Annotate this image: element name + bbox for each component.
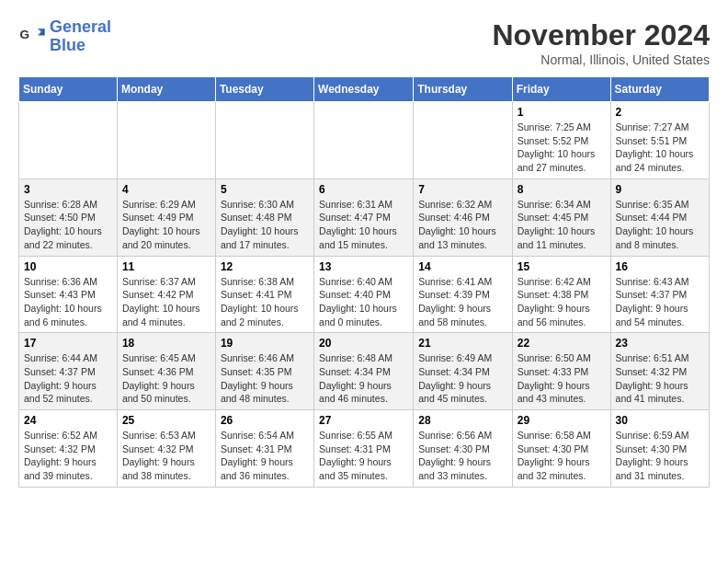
day-info: Sunrise: 6:32 AM Sunset: 4:46 PM Dayligh… bbox=[418, 198, 506, 252]
day-number: 1 bbox=[518, 106, 606, 119]
day-info: Sunrise: 6:29 AM Sunset: 4:49 PM Dayligh… bbox=[122, 198, 210, 252]
weekday-header-row: SundayMondayTuesdayWednesdayThursdayFrid… bbox=[19, 77, 710, 102]
calendar-cell: 19Sunrise: 6:46 AM Sunset: 4:35 PM Dayli… bbox=[215, 333, 313, 410]
calendar-cell: 24Sunrise: 6:52 AM Sunset: 4:32 PM Dayli… bbox=[19, 410, 118, 488]
day-info: Sunrise: 6:40 AM Sunset: 4:40 PM Dayligh… bbox=[319, 275, 408, 329]
day-number: 22 bbox=[518, 337, 606, 350]
day-info: Sunrise: 6:56 AM Sunset: 4:30 PM Dayligh… bbox=[418, 429, 506, 483]
day-info: Sunrise: 6:28 AM Sunset: 4:50 PM Dayligh… bbox=[24, 198, 112, 252]
calendar-cell: 29Sunrise: 6:58 AM Sunset: 4:30 PM Dayli… bbox=[512, 410, 610, 488]
calendar-cell bbox=[117, 102, 215, 179]
day-info: Sunrise: 6:48 AM Sunset: 4:34 PM Dayligh… bbox=[319, 351, 408, 406]
month-title: November 2024 bbox=[492, 18, 710, 52]
calendar-week-4: 17Sunrise: 6:44 AM Sunset: 4:37 PM Dayli… bbox=[19, 333, 710, 410]
calendar-cell: 11Sunrise: 6:37 AM Sunset: 4:42 PM Dayli… bbox=[117, 256, 215, 333]
day-number: 29 bbox=[518, 414, 606, 427]
day-info: Sunrise: 6:41 AM Sunset: 4:39 PM Dayligh… bbox=[418, 275, 506, 329]
weekday-header-monday: Monday bbox=[117, 77, 215, 102]
day-number: 3 bbox=[24, 183, 112, 196]
day-info: Sunrise: 6:55 AM Sunset: 4:31 PM Dayligh… bbox=[319, 429, 408, 483]
calendar-table: SundayMondayTuesdayWednesdayThursdayFrid… bbox=[18, 76, 710, 488]
weekday-header-saturday: Saturday bbox=[610, 77, 709, 102]
day-number: 26 bbox=[221, 414, 309, 427]
day-number: 13 bbox=[319, 260, 408, 273]
day-number: 5 bbox=[221, 183, 309, 196]
calendar-cell: 26Sunrise: 6:54 AM Sunset: 4:31 PM Dayli… bbox=[215, 410, 313, 488]
calendar-cell: 4Sunrise: 6:29 AM Sunset: 4:49 PM Daylig… bbox=[117, 178, 215, 256]
day-info: Sunrise: 6:52 AM Sunset: 4:32 PM Dayligh… bbox=[24, 429, 112, 483]
day-number: 21 bbox=[418, 337, 506, 350]
calendar-cell: 22Sunrise: 6:50 AM Sunset: 4:33 PM Dayli… bbox=[512, 333, 610, 410]
day-info: Sunrise: 6:43 AM Sunset: 4:37 PM Dayligh… bbox=[616, 275, 704, 329]
day-info: Sunrise: 6:54 AM Sunset: 4:31 PM Dayligh… bbox=[221, 429, 309, 483]
calendar-cell bbox=[215, 102, 313, 179]
logo-text: General Blue bbox=[50, 18, 111, 55]
day-info: Sunrise: 6:37 AM Sunset: 4:42 PM Dayligh… bbox=[122, 275, 210, 329]
day-info: Sunrise: 6:45 AM Sunset: 4:36 PM Dayligh… bbox=[122, 351, 210, 406]
day-info: Sunrise: 6:50 AM Sunset: 4:33 PM Dayligh… bbox=[518, 351, 606, 406]
calendar-cell: 17Sunrise: 6:44 AM Sunset: 4:37 PM Dayli… bbox=[19, 333, 118, 410]
day-number: 20 bbox=[319, 337, 408, 350]
day-info: Sunrise: 6:38 AM Sunset: 4:41 PM Dayligh… bbox=[221, 275, 309, 329]
calendar-cell: 21Sunrise: 6:49 AM Sunset: 4:34 PM Dayli… bbox=[414, 333, 512, 410]
day-number: 19 bbox=[221, 337, 309, 350]
day-info: Sunrise: 6:46 AM Sunset: 4:35 PM Dayligh… bbox=[221, 351, 309, 406]
day-info: Sunrise: 6:53 AM Sunset: 4:32 PM Dayligh… bbox=[122, 429, 210, 483]
calendar-cell: 28Sunrise: 6:56 AM Sunset: 4:30 PM Dayli… bbox=[414, 410, 512, 488]
day-number: 2 bbox=[616, 106, 704, 119]
calendar-cell bbox=[314, 102, 414, 179]
day-info: Sunrise: 6:30 AM Sunset: 4:48 PM Dayligh… bbox=[221, 198, 309, 252]
day-number: 9 bbox=[616, 183, 704, 196]
day-number: 24 bbox=[24, 414, 112, 427]
page-header: G General Blue November 2024 Normal, Ill… bbox=[18, 18, 710, 67]
weekday-header-wednesday: Wednesday bbox=[314, 77, 414, 102]
calendar-week-5: 24Sunrise: 6:52 AM Sunset: 4:32 PM Dayli… bbox=[19, 410, 710, 488]
calendar-week-1: 1Sunrise: 7:25 AM Sunset: 5:52 PM Daylig… bbox=[19, 102, 710, 179]
logo-icon: G bbox=[18, 23, 46, 51]
day-number: 28 bbox=[418, 414, 506, 427]
day-number: 14 bbox=[418, 260, 506, 273]
calendar-cell: 20Sunrise: 6:48 AM Sunset: 4:34 PM Dayli… bbox=[314, 333, 414, 410]
calendar-cell: 7Sunrise: 6:32 AM Sunset: 4:46 PM Daylig… bbox=[414, 178, 512, 256]
logo-general: General bbox=[50, 17, 111, 36]
calendar-cell: 8Sunrise: 6:34 AM Sunset: 4:45 PM Daylig… bbox=[512, 178, 610, 256]
day-number: 15 bbox=[518, 260, 606, 273]
calendar-cell: 6Sunrise: 6:31 AM Sunset: 4:47 PM Daylig… bbox=[314, 178, 414, 256]
day-info: Sunrise: 6:34 AM Sunset: 4:45 PM Dayligh… bbox=[518, 198, 606, 252]
weekday-header-tuesday: Tuesday bbox=[215, 77, 313, 102]
day-number: 30 bbox=[616, 414, 704, 427]
day-number: 12 bbox=[221, 260, 309, 273]
calendar-cell: 10Sunrise: 6:36 AM Sunset: 4:43 PM Dayli… bbox=[19, 256, 118, 333]
calendar-cell: 14Sunrise: 6:41 AM Sunset: 4:39 PM Dayli… bbox=[414, 256, 512, 333]
day-info: Sunrise: 6:51 AM Sunset: 4:32 PM Dayligh… bbox=[616, 351, 704, 406]
day-number: 10 bbox=[24, 260, 112, 273]
day-info: Sunrise: 7:27 AM Sunset: 5:51 PM Dayligh… bbox=[616, 121, 704, 175]
calendar-cell bbox=[414, 102, 512, 179]
calendar-cell: 3Sunrise: 6:28 AM Sunset: 4:50 PM Daylig… bbox=[19, 178, 118, 256]
calendar-cell: 27Sunrise: 6:55 AM Sunset: 4:31 PM Dayli… bbox=[314, 410, 414, 488]
day-number: 7 bbox=[418, 183, 506, 196]
day-number: 18 bbox=[122, 337, 210, 350]
day-number: 23 bbox=[616, 337, 704, 350]
calendar-week-2: 3Sunrise: 6:28 AM Sunset: 4:50 PM Daylig… bbox=[19, 178, 710, 256]
day-number: 27 bbox=[319, 414, 408, 427]
day-info: Sunrise: 6:31 AM Sunset: 4:47 PM Dayligh… bbox=[319, 198, 408, 252]
weekday-header-friday: Friday bbox=[512, 77, 610, 102]
calendar-cell: 18Sunrise: 6:45 AM Sunset: 4:36 PM Dayli… bbox=[117, 333, 215, 410]
calendar-cell: 12Sunrise: 6:38 AM Sunset: 4:41 PM Dayli… bbox=[215, 256, 313, 333]
day-info: Sunrise: 7:25 AM Sunset: 5:52 PM Dayligh… bbox=[518, 121, 606, 175]
logo-blue: Blue bbox=[50, 37, 111, 55]
calendar-cell: 30Sunrise: 6:59 AM Sunset: 4:30 PM Dayli… bbox=[610, 410, 709, 488]
calendar-cell: 15Sunrise: 6:42 AM Sunset: 4:38 PM Dayli… bbox=[512, 256, 610, 333]
day-info: Sunrise: 6:58 AM Sunset: 4:30 PM Dayligh… bbox=[518, 429, 606, 483]
calendar-cell: 16Sunrise: 6:43 AM Sunset: 4:37 PM Dayli… bbox=[610, 256, 709, 333]
day-number: 11 bbox=[122, 260, 210, 273]
day-number: 16 bbox=[616, 260, 704, 273]
day-number: 6 bbox=[319, 183, 408, 196]
day-info: Sunrise: 6:36 AM Sunset: 4:43 PM Dayligh… bbox=[24, 275, 112, 329]
calendar-cell bbox=[19, 102, 118, 179]
calendar-cell: 13Sunrise: 6:40 AM Sunset: 4:40 PM Dayli… bbox=[314, 256, 414, 333]
day-info: Sunrise: 6:59 AM Sunset: 4:30 PM Dayligh… bbox=[616, 429, 704, 483]
calendar-cell: 2Sunrise: 7:27 AM Sunset: 5:51 PM Daylig… bbox=[610, 102, 709, 179]
calendar-cell: 9Sunrise: 6:35 AM Sunset: 4:44 PM Daylig… bbox=[610, 178, 709, 256]
